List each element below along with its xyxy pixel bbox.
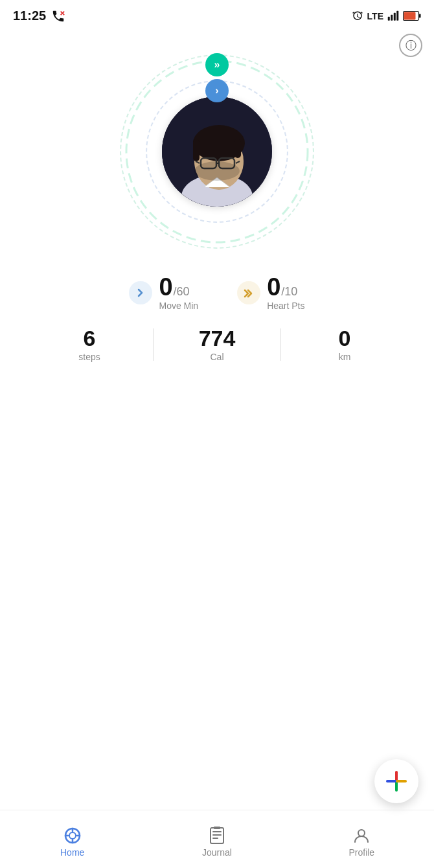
cal-stat: 774 Cal xyxy=(154,326,280,362)
avatar[interactable] xyxy=(162,97,272,207)
profile-icon xyxy=(352,827,371,845)
heart-pts-icon[interactable] xyxy=(237,281,260,304)
bottom-nav: Home Journal Profile xyxy=(0,810,434,868)
missed-call-icon xyxy=(51,9,65,23)
move-min-label: Move Min xyxy=(159,301,198,311)
svg-rect-7 xyxy=(404,12,416,19)
fab-button[interactable] xyxy=(374,759,418,803)
nav-profile-label: Profile xyxy=(348,847,374,858)
steps-label: steps xyxy=(78,352,100,362)
svg-rect-15 xyxy=(234,139,241,158)
move-min-icon[interactable] xyxy=(129,281,152,304)
move-min-value: 0 xyxy=(159,275,172,299)
signal-icon xyxy=(387,10,399,22)
journal-icon xyxy=(208,827,226,845)
fab-plus-icon xyxy=(385,770,408,793)
battery-icon xyxy=(403,11,421,21)
heart-pts-text: 0 /10 Heart Pts xyxy=(267,275,304,311)
alarm-icon xyxy=(352,10,363,22)
info-button[interactable]: ⓘ xyxy=(399,34,422,57)
move-min-max: /60 xyxy=(174,285,190,299)
move-heart-row: 0 /60 Move Min 0 /10 xyxy=(26,275,408,311)
nav-item-home[interactable]: Home xyxy=(0,821,144,858)
km-value: 0 xyxy=(339,326,351,350)
chevron-green-button[interactable]: » xyxy=(205,53,229,76)
bottom-stats-row: 6 steps 774 Cal 0 km xyxy=(26,326,408,362)
heart-pts-label: Heart Pts xyxy=(267,301,304,311)
nav-home-label: Home xyxy=(60,847,84,858)
km-stat: 0 km xyxy=(281,326,408,362)
svg-rect-5 xyxy=(396,10,398,20)
cal-value: 774 xyxy=(199,326,236,350)
status-time: 11:25 xyxy=(13,8,46,23)
chevron-green-icon: » xyxy=(214,60,220,70)
svg-rect-4 xyxy=(394,12,396,20)
svg-rect-14 xyxy=(193,139,200,161)
chevron-blue-button[interactable]: › xyxy=(205,79,229,102)
status-left: 11:25 xyxy=(13,8,65,23)
heart-pts-stat: 0 /10 Heart Pts xyxy=(237,275,304,311)
svg-point-27 xyxy=(69,832,76,839)
status-right: LTE xyxy=(352,10,421,22)
stats-section: 0 /60 Move Min 0 /10 xyxy=(0,255,434,362)
heart-pts-value: 0 xyxy=(267,275,280,299)
info-icon: ⓘ xyxy=(405,38,417,53)
nav-item-profile[interactable]: Profile xyxy=(290,821,434,858)
move-min-stat: 0 /60 Move Min xyxy=(129,275,198,311)
nav-item-journal[interactable]: Journal xyxy=(144,821,289,858)
chevron-blue-icon: › xyxy=(215,86,218,96)
svg-rect-8 xyxy=(419,14,421,17)
svg-rect-3 xyxy=(391,14,393,20)
cal-label: Cal xyxy=(210,352,223,362)
main-content: » › xyxy=(0,29,434,362)
avatar-container: » › xyxy=(113,48,321,255)
nav-journal-label: Journal xyxy=(202,847,232,858)
heart-pts-max: /10 xyxy=(281,285,297,299)
svg-rect-2 xyxy=(388,16,390,20)
avatar-photo xyxy=(162,97,272,207)
km-label: km xyxy=(339,352,351,362)
steps-value: 6 xyxy=(84,326,96,350)
svg-point-21 xyxy=(194,161,240,181)
status-bar: 11:25 LTE xyxy=(0,0,434,29)
steps-stat: 6 steps xyxy=(26,326,153,362)
svg-rect-36 xyxy=(214,827,220,829)
lte-label: LTE xyxy=(367,11,383,21)
home-icon xyxy=(63,827,82,845)
svg-point-37 xyxy=(358,830,365,836)
move-min-text: 0 /60 Move Min xyxy=(159,275,198,311)
